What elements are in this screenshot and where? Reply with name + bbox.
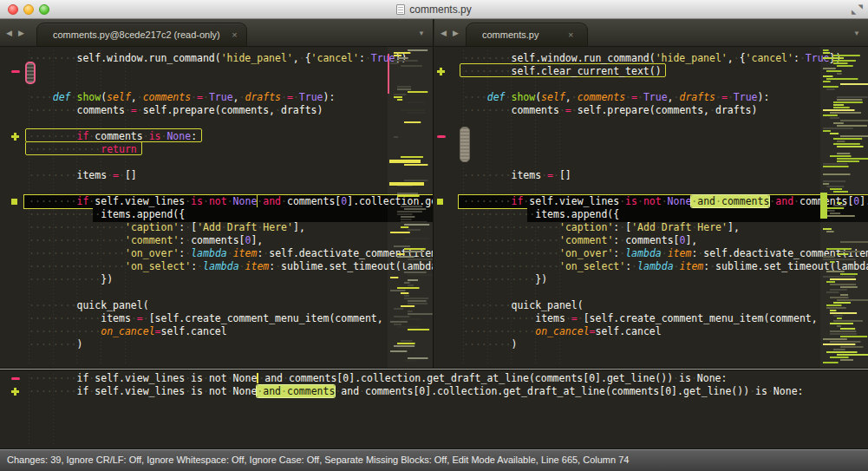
diff-editor: ········self.window.run_command('hide_pa…	[0, 47, 868, 368]
added-lines-marker	[11, 133, 19, 141]
diff-pane-right[interactable]: ········self.window.run_command('hide_pa…	[434, 47, 868, 368]
tabbar-right: ◀ ▶ comments.py × ▼	[434, 19, 868, 47]
code-line: ················'on_select':·lambda·item…	[29, 260, 434, 273]
changed-line-marker	[11, 199, 17, 205]
added-lines-marker	[11, 388, 19, 396]
removed-lines-marker	[11, 70, 20, 73]
code-line: ············items.append({	[29, 208, 185, 221]
removed-lines-marker	[11, 377, 20, 380]
code-line: ····def·show(self,·comments·=·True,·draf…	[463, 91, 769, 104]
code-line: ············})	[29, 273, 113, 286]
code-line: ········self.clear_current_text()	[463, 65, 662, 78]
code-line: ········self.window.run_command('hide_pa…	[463, 52, 841, 65]
code-line: ············items·=·[self.create_comment…	[463, 312, 818, 325]
close-tab-icon[interactable]: ×	[232, 23, 237, 46]
close-tab-icon[interactable]: ×	[568, 23, 573, 46]
back-arrow-icon[interactable]: ◀	[441, 29, 447, 37]
code-line: ········self.window.run_command('hide_pa…	[29, 52, 407, 65]
code-line: ················'caption':·['Add·Draft·H…	[463, 221, 740, 234]
code-line: ········if·self.view_lines·is·not·None·a…	[463, 195, 868, 208]
code-line: ················'comment':·comments[0],	[463, 234, 697, 247]
code-line: ············on_cancel=self.cancel	[463, 325, 662, 338]
tab-left-file[interactable]: comments.py@8cede217c2 (read-only) ×	[36, 23, 247, 46]
code-line: ················'on_over':·lambda·item:·…	[29, 247, 434, 260]
tab-list-dropdown-icon[interactable]: ▼	[853, 29, 860, 37]
code-line: ········items·=·[]	[29, 169, 137, 182]
tab-right-file[interactable]: comments.py ×	[466, 23, 588, 46]
code-line: ········)	[463, 338, 517, 351]
code-line: ········if·self.view_lines·is·not·None·a…	[29, 195, 434, 208]
fullscreen-icon[interactable]: ◥ ◣	[852, 3, 863, 15]
code-line: ················'comment':·comments[0],	[29, 234, 263, 247]
code-line: ········items·=·[]	[463, 169, 571, 182]
app-window: comments.py ◥ ◣ ◀ ▶ comments.py@8cede217…	[0, 0, 868, 471]
removed-lines-marker	[437, 135, 446, 138]
code-line: ········comments·=·self.prepare(comments…	[29, 104, 323, 117]
diff-detail-pane[interactable]: ········if·self.view_lines·is·not·None·a…	[0, 370, 868, 448]
fullscreen-arrow-ne: ◥	[858, 3, 863, 10]
tab-list-dropdown-icon[interactable]: ▼	[418, 29, 425, 37]
code-line: ········if·self.view_lines·is·not·None·a…	[29, 385, 803, 398]
code-line: ····def·show(self,·comments·=·True,·draf…	[29, 91, 335, 104]
code-line: ················'on_select':·lambda·item…	[463, 260, 868, 273]
code-line: ········quick_panel(	[29, 299, 149, 312]
code-line: ················'on_over':·lambda·item:·…	[463, 247, 868, 260]
added-lines-marker	[437, 68, 445, 75]
tab-right-label: comments.py	[482, 29, 538, 40]
titlebar: comments.py ◥ ◣	[0, 0, 868, 19]
minimap[interactable]	[820, 47, 868, 368]
code-line: ············})	[463, 273, 547, 286]
document-icon	[396, 4, 405, 15]
code-line: ············items·=·[self.create_comment…	[29, 312, 383, 325]
forward-arrow-icon[interactable]: ▶	[453, 29, 459, 37]
status-text: Changes: 39, Ignore CR/LF: Off, Ignore W…	[7, 455, 629, 465]
changed-line-marker	[437, 199, 443, 205]
back-arrow-icon[interactable]: ◀	[6, 29, 12, 37]
fullscreen-arrow-sw: ◣	[852, 9, 856, 15]
missing-lines-placeholder	[460, 127, 470, 162]
code-line: ········if·self.view_lines·is·not·None·a…	[29, 372, 727, 385]
code-line: ········if·comments·is·None:	[29, 130, 197, 143]
window-title-area: comments.py	[0, 3, 868, 16]
window-title: comments.py	[409, 3, 471, 16]
code-line: ············return	[29, 143, 137, 156]
tabbar-left: ◀ ▶ comments.py@8cede217c2 (read-only) ×…	[0, 19, 434, 47]
tab-left-label: comments.py@8cede217c2 (read-only)	[53, 29, 220, 40]
code-line: ············items.append({	[463, 208, 619, 221]
code-line: ········quick_panel(	[463, 299, 584, 312]
minimap[interactable]	[388, 47, 433, 368]
diff-pane-left[interactable]: ········self.window.run_command('hide_pa…	[0, 47, 434, 368]
code-line: ········comments·=·self.prepare(comments…	[463, 104, 757, 117]
forward-arrow-icon[interactable]: ▶	[18, 29, 24, 37]
code-line: ················'caption':·['Add·Draft·H…	[29, 221, 305, 234]
code-line: ············on_cancel=self.cancel	[29, 325, 227, 338]
code-line: ········)	[29, 338, 82, 351]
status-bar: Changes: 39, Ignore CR/LF: Off, Ignore W…	[0, 448, 868, 471]
